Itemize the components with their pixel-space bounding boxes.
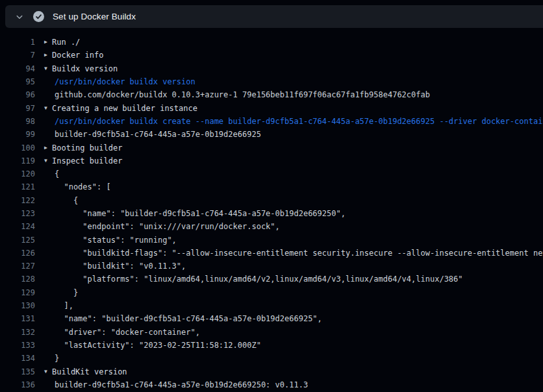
line-number[interactable]: 130 [0, 301, 35, 310]
output-text: "endpoint": "unix:///var/run/docker.sock… [35, 222, 280, 231]
log-line: 98/usr/bin/docker buildx create --name b… [0, 115, 543, 128]
group-title: Inspect builder [52, 156, 122, 165]
command-text: /usr/bin/docker buildx version [35, 77, 196, 86]
log-line: 95/usr/bin/docker buildx version [0, 75, 543, 88]
group-title: Booting builder [52, 143, 122, 153]
group-title: Creating a new builder instance [52, 104, 197, 113]
log-line: 128 "platforms": "linux/amd64,linux/amd6… [0, 273, 543, 286]
output-text: "name": "builder-d9cfb5a1-c764-445a-a57e… [35, 314, 322, 323]
output-text: } [35, 354, 59, 363]
line-number[interactable]: 1 [0, 38, 35, 47]
triangle-down-icon: ▼ [44, 369, 52, 374]
line-number[interactable]: 122 [0, 196, 35, 205]
log-output: 1▶Run ./7▶Docker info94▼Buildx version95… [0, 36, 543, 391]
line-number[interactable]: 136 [0, 380, 35, 389]
line-number[interactable]: 121 [0, 182, 35, 191]
step-header[interactable]: Set up Docker Buildx [5, 5, 543, 28]
log-line: 134} [0, 352, 543, 365]
line-number[interactable]: 96 [0, 90, 35, 99]
group-content: ▼Inspect builder [35, 156, 122, 165]
log-line: 126 "buildkitd-flags": "--allow-insecure… [0, 247, 543, 260]
log-group-row[interactable]: 97▼Creating a new builder instance [0, 101, 543, 114]
log-line: 122 { [0, 194, 543, 207]
output-text: github.com/docker/buildx 0.10.3+azure-1 … [35, 90, 430, 99]
group-title: Buildx version [52, 64, 118, 73]
group-content: ▶Booting builder [35, 143, 122, 153]
log-line: 132 "driver": "docker-container", [0, 326, 543, 339]
output-text: "driver": "docker-container", [35, 328, 200, 337]
log-group-row[interactable]: 1▶Run ./ [0, 36, 543, 49]
output-text: "lastActivity": "2023-02-25T11:58:12.000… [35, 341, 261, 350]
line-number[interactable]: 100 [0, 143, 35, 153]
log-line: 131 "name": "builder-d9cfb5a1-c764-445a-… [0, 312, 543, 325]
line-number[interactable]: 129 [0, 288, 35, 297]
group-title: Run ./ [52, 38, 80, 47]
triangle-down-icon: ▼ [44, 66, 52, 71]
group-content: ▶Docker info [35, 51, 103, 60]
line-number[interactable]: 95 [0, 77, 35, 86]
line-number[interactable]: 127 [0, 262, 35, 271]
group-content: ▼Creating a new builder instance [35, 104, 197, 113]
line-number[interactable]: 132 [0, 328, 35, 337]
group-content: ▶Run ./ [35, 38, 80, 47]
log-line: 120{ [0, 167, 543, 180]
group-content: ▼Buildx version [35, 64, 118, 73]
log-line: 124 "endpoint": "unix:///var/run/docker.… [0, 220, 543, 233]
output-text: ], [35, 301, 73, 310]
group-content: ▼BuildKit version [35, 367, 127, 376]
log-line: 136builder-d9cfb5a1-c764-445a-a57e-0b19d… [0, 378, 543, 391]
chevron-down-icon[interactable] [14, 12, 25, 22]
triangle-down-icon: ▼ [44, 158, 52, 164]
output-text: builder-d9cfb5a1-c764-445a-a57e-0b19d2e6… [35, 130, 261, 139]
triangle-right-icon: ▶ [44, 145, 52, 151]
line-number[interactable]: 97 [0, 104, 35, 113]
line-number[interactable]: 134 [0, 354, 35, 363]
output-text: { [35, 169, 59, 178]
group-title: BuildKit version [52, 367, 127, 376]
triangle-right-icon: ▶ [44, 53, 52, 58]
line-number[interactable]: 120 [0, 169, 35, 178]
log-line: 129 } [0, 286, 543, 299]
command-text: /usr/bin/docker buildx create --name bui… [35, 117, 543, 126]
log-line: 125 "status": "running", [0, 233, 543, 246]
output-text: "buildkit": "v0.11.3", [35, 262, 186, 271]
line-number[interactable]: 133 [0, 341, 35, 350]
output-text: "status": "running", [35, 236, 177, 245]
line-number[interactable]: 119 [0, 156, 35, 165]
log-line: 127 "buildkit": "v0.11.3", [0, 260, 543, 273]
line-number[interactable]: 131 [0, 314, 35, 323]
log-group-row[interactable]: 119▼Inspect builder [0, 154, 543, 167]
step-title: Set up Docker Buildx [53, 12, 136, 21]
output-text: { [35, 196, 78, 205]
log-line: 130 ], [0, 299, 543, 312]
line-number[interactable]: 7 [0, 51, 35, 60]
triangle-down-icon: ▼ [44, 106, 52, 111]
log-line: 123 "name": "builder-d9cfb5a1-c764-445a-… [0, 207, 543, 220]
group-title: Docker info [52, 51, 103, 60]
line-number[interactable]: 125 [0, 236, 35, 245]
log-line: 96github.com/docker/buildx 0.10.3+azure-… [0, 88, 543, 101]
check-circle-icon [33, 11, 44, 22]
output-text: "platforms": "linux/amd64,linux/amd64/v2… [35, 275, 463, 284]
log-group-row[interactable]: 100▶Booting builder [0, 141, 543, 154]
line-number[interactable]: 123 [0, 209, 35, 218]
line-number[interactable]: 98 [0, 117, 35, 126]
log-line: 121 "nodes": [ [0, 180, 543, 193]
line-number[interactable]: 94 [0, 64, 35, 73]
log-group-row[interactable]: 94▼Buildx version [0, 62, 543, 75]
line-number[interactable]: 99 [0, 130, 35, 139]
output-text: } [35, 288, 78, 297]
line-number[interactable]: 128 [0, 275, 35, 284]
log-line: 133 "lastActivity": "2023-02-25T11:58:12… [0, 339, 543, 352]
output-text: builder-d9cfb5a1-c764-445a-a57e-0b19d2e6… [35, 380, 308, 389]
log-group-row[interactable]: 7▶Docker info [0, 49, 543, 62]
output-text: "name": "builder-d9cfb5a1-c764-445a-a57e… [35, 209, 346, 218]
triangle-right-icon: ▶ [44, 40, 52, 45]
output-text: "nodes": [ [35, 182, 111, 191]
log-line: 99builder-d9cfb5a1-c764-445a-a57e-0b19d2… [0, 128, 543, 141]
line-number[interactable]: 135 [0, 367, 35, 376]
log-group-row[interactable]: 135▼BuildKit version [0, 365, 543, 378]
output-text: "buildkitd-flags": "--allow-insecure-ent… [35, 249, 543, 258]
line-number[interactable]: 124 [0, 222, 35, 231]
line-number[interactable]: 126 [0, 249, 35, 258]
